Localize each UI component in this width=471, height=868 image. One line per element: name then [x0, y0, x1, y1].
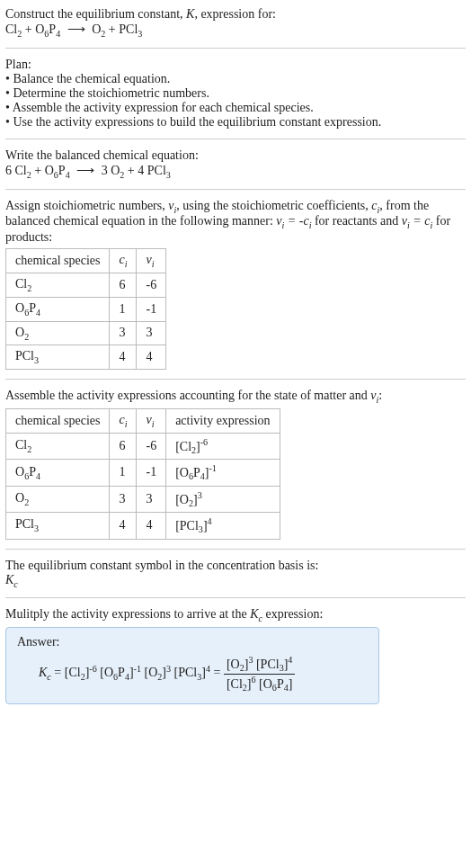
header-species: chemical species — [6, 249, 110, 273]
header-ci: ci — [110, 249, 137, 273]
plan-bullet-3: • Assemble the activity expression for e… — [5, 101, 466, 115]
table-row: Cl2 6 -6 [Cl2]-6 — [6, 433, 280, 459]
multiply-block: Mulitply the activity expressions to arr… — [5, 607, 466, 704]
table-row: O2 3 3 — [6, 321, 166, 345]
balanced-block: Write the balanced chemical equation: 6 … — [5, 148, 466, 180]
stoich-text: Assign stoichiometric numbers, νi, using… — [5, 199, 466, 246]
intro-block: Construct the equilibrium constant, K, e… — [5, 7, 466, 39]
table-row: Cl2 6 -6 — [6, 273, 166, 297]
activity-table: chemical species ci νi activity expressi… — [5, 408, 280, 540]
intro-text-part2: , expression for: — [194, 7, 276, 21]
plan-heading: Plan: — [5, 58, 466, 72]
plan-bullet-4: • Use the activity expressions to build … — [5, 115, 466, 130]
divider — [5, 189, 466, 190]
balanced-equation: 6 Cl2 + O6P4 ⟶ 3 O2 + 4 PCl3 — [5, 164, 171, 177]
answer-label: Answer: — [17, 635, 368, 649]
stoich-table: chemical species ci νi Cl2 6 -6 O6P4 1 -… — [5, 248, 166, 370]
table-row: O6P4 1 -1 — [6, 297, 166, 321]
unbalanced-equation: Cl2 + O6P4 ⟶ O2 + PCl3 — [5, 22, 142, 36]
table-row: O6P4 1 -1 [O6P4]-1 — [6, 460, 280, 486]
activity-block: Assemble the activity expressions accoun… — [5, 389, 466, 539]
plan-bullet-2: • Determine the stoichiometric numbers. — [5, 86, 466, 101]
table-row: PCl3 4 4 — [6, 345, 166, 370]
answer-expression: Kc = [Cl2]-6 [O6P4]-1 [O2]3 [PCl3]4 = [O… — [17, 649, 368, 693]
kc-symbol: Kc — [5, 573, 466, 589]
kc-symbol-block: The equilibrium constant symbol in the c… — [5, 559, 466, 589]
kc-symbol-text: The equilibrium constant symbol in the c… — [5, 559, 466, 573]
k-symbol: K — [186, 7, 194, 21]
table-row: PCl3 4 4 [PCl3]4 — [6, 513, 280, 539]
divider — [5, 139, 466, 139]
plan-block: Plan: • Balance the chemical equation. •… — [5, 58, 466, 130]
divider — [5, 48, 466, 49]
intro-text-part1: Construct the equilibrium constant, — [5, 7, 186, 21]
answer-box: Answer: Kc = [Cl2]-6 [O6P4]-1 [O2]3 [PCl… — [5, 627, 379, 704]
table-row: chemical species ci νi — [6, 249, 166, 273]
activity-text: Assemble the activity expressions accoun… — [5, 389, 466, 405]
divider — [5, 379, 466, 380]
stoich-block: Assign stoichiometric numbers, νi, using… — [5, 199, 466, 371]
balanced-heading: Write the balanced chemical equation: — [5, 148, 466, 163]
table-row: O2 3 3 [O2]3 — [6, 486, 280, 512]
plan-bullet-1: • Balance the chemical equation. — [5, 72, 466, 86]
divider — [5, 597, 466, 598]
divider — [5, 549, 466, 550]
multiply-text: Mulitply the activity expressions to arr… — [5, 607, 466, 623]
header-vi: νi — [137, 249, 166, 273]
table-row: chemical species ci νi activity expressi… — [6, 408, 280, 433]
